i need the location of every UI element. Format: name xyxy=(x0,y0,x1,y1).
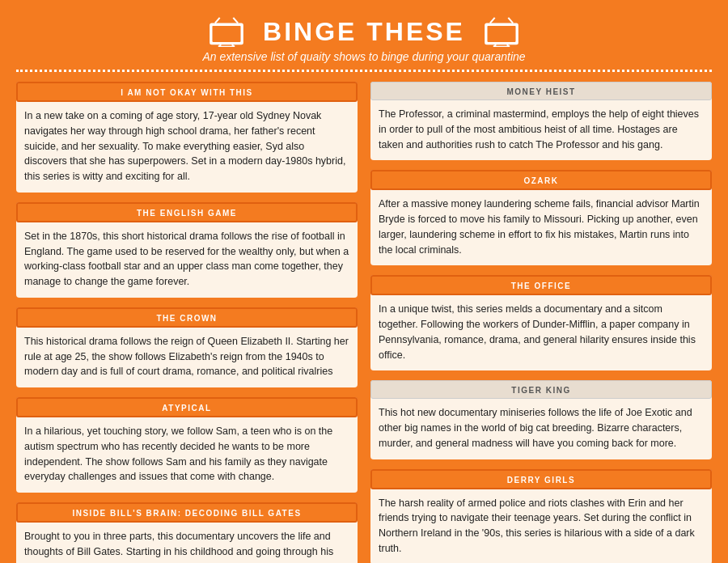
dotted-divider xyxy=(16,70,712,72)
show-title: THE OFFICE xyxy=(511,282,571,290)
show-title-bar: INSIDE BILL'S BRAIN: DECODING BILL GATES xyxy=(16,502,358,523)
show-description: In a unique twist, this series melds a d… xyxy=(370,295,712,370)
show-card-derry-girls: DERRY GIRLS The harsh reality of armed p… xyxy=(370,469,712,564)
show-title-bar: THE ENGLISH GAME xyxy=(16,202,358,222)
show-card-money-heist: MONEY HEIST The Professor, a criminal ma… xyxy=(370,82,712,160)
show-title-bar: I AM NOT OKAY WITH THIS xyxy=(16,82,358,102)
show-description: Brought to you in three parts, this docu… xyxy=(16,523,358,563)
show-card-the-office: THE OFFICE In a unique twist, this serie… xyxy=(370,275,712,370)
show-card-ozark: OZARK After a massive money laundering s… xyxy=(370,170,712,265)
show-title-bar: MONEY HEIST xyxy=(370,82,712,100)
svg-line-12 xyxy=(490,18,495,23)
show-title: THE CROWN xyxy=(156,314,217,323)
show-title: INSIDE BILL'S BRAIN: DECODING BILL GATES xyxy=(72,509,301,518)
show-title-bar: THE OFFICE xyxy=(370,275,712,295)
show-description: Set in the 1870s, this short historical … xyxy=(16,222,358,298)
page-wrapper: BINGE THESE An extensive list of quaity … xyxy=(0,0,728,563)
show-description: The harsh reality of armed police and ri… xyxy=(370,489,712,564)
show-title: I AM NOT OKAY WITH THIS xyxy=(121,88,253,97)
svg-line-13 xyxy=(508,18,513,23)
show-card-inside-bill: INSIDE BILL'S BRAIN: DECODING BILL GATES… xyxy=(16,502,358,563)
right-column: MONEY HEIST The Professor, a criminal ma… xyxy=(370,82,712,563)
show-card-atypical: ATYPICAL In a hilarious, yet touching st… xyxy=(16,397,358,493)
tv-right-icon xyxy=(481,16,522,47)
show-card-english-game: THE ENGLISH GAME Set in the 1870s, this … xyxy=(16,202,358,298)
svg-line-6 xyxy=(233,18,238,23)
show-title-bar: DERRY GIRLS xyxy=(370,469,712,489)
show-title: OZARK xyxy=(523,176,558,185)
subtitle: An extensive list of quaity shows to bin… xyxy=(16,50,712,63)
show-title: ATYPICAL xyxy=(162,404,211,413)
show-title-bar: THE CROWN xyxy=(16,307,358,328)
show-description: The Professor, a criminal mastermind, em… xyxy=(370,100,712,160)
show-card-tiger-king: TIGER KING This hot new documentary mini… xyxy=(370,380,712,459)
svg-rect-1 xyxy=(213,26,241,42)
show-description: This hot new documentary miniseries foll… xyxy=(370,399,712,459)
show-title-bar: TIGER KING xyxy=(370,380,712,399)
show-title: DERRY GIRLS xyxy=(507,476,575,485)
columns-layout: I AM NOT OKAY WITH THIS In a new take on… xyxy=(16,82,712,563)
svg-line-5 xyxy=(215,18,220,23)
tv-left-icon xyxy=(206,16,247,47)
page-title: BINGE THESE xyxy=(263,17,465,47)
show-description: After a massive money laundering scheme … xyxy=(370,190,712,265)
show-title-bar: OZARK xyxy=(370,170,712,190)
left-column: I AM NOT OKAY WITH THIS In a new take on… xyxy=(16,82,358,563)
show-card-i-am-not-okay: I AM NOT OKAY WITH THIS In a new take on… xyxy=(16,82,358,193)
show-description: This historical drama follows the reign … xyxy=(16,328,358,387)
show-description: In a hilarious, yet touching story, we f… xyxy=(16,417,358,493)
show-title-bar: ATYPICAL xyxy=(16,397,358,417)
show-title: MONEY HEIST xyxy=(506,87,575,96)
svg-rect-8 xyxy=(487,26,515,42)
show-description: In a new take on a coming of age story, … xyxy=(16,102,358,193)
header: BINGE THESE xyxy=(16,8,712,50)
show-title: THE ENGLISH GAME xyxy=(137,209,237,218)
show-card-the-crown: THE CROWN This historical drama follows … xyxy=(16,307,358,387)
show-title: TIGER KING xyxy=(511,386,570,395)
